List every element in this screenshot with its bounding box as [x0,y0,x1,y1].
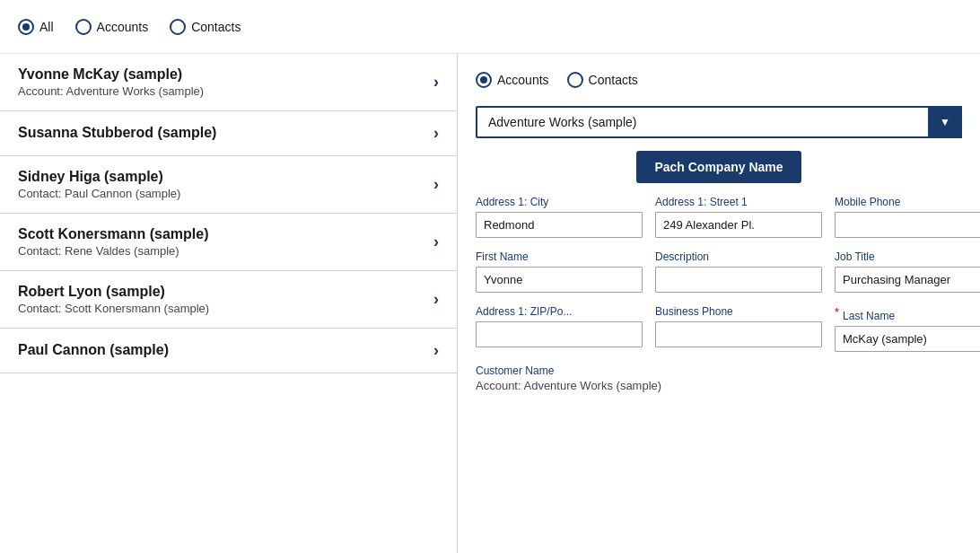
main-content: Yvonne McKay (sample) Account: Adventure… [0,54,980,553]
field-business-phone-label: Business Phone [655,305,822,318]
field-mobile-phone-label: Mobile Phone [835,196,980,208]
required-star: * [835,305,839,319]
chevron-right-icon: › [433,341,439,360]
filter-all[interactable]: All [18,19,54,35]
list-item-subtitle: Contact: Rene Valdes (sample) [18,244,208,258]
field-description-label: Description [655,250,822,263]
field-mobile-phone: Mobile Phone [835,196,980,238]
list-item-title: Robert Lyon (sample) [18,284,209,300]
customer-name-label: Customer Name [476,364,962,377]
account-dropdown[interactable]: Adventure Works (sample) [476,106,962,138]
field-job-title-label: Job Title [835,250,980,263]
field-job-title: Job Title [835,250,980,293]
list-item[interactable]: Susanna Stubberod (sample) › [0,111,457,156]
field-address-city-label: Address 1: City [476,196,643,208]
last-name-input[interactable] [835,326,980,352]
list-item-title: Susanna Stubberod (sample) [18,125,216,141]
field-first-name-label: First Name [476,250,643,263]
chevron-right-icon: › [433,233,439,251]
field-address-zip-label: Address 1: ZIP/Po... [476,305,643,318]
list-item[interactable]: Sidney Higa (sample) Contact: Paul Canno… [0,156,457,214]
field-description: Description [655,250,822,293]
chevron-right-icon: › [433,290,439,309]
field-address-street: Address 1: Street 1 [655,196,822,238]
list-item-title: Scott Konersmann (sample) [18,226,208,242]
filter-contacts-label: Contacts [191,20,241,34]
description-input[interactable] [655,267,822,293]
filter-all-label: All [39,20,54,34]
mobile-phone-input[interactable] [835,212,980,238]
radio-right-accounts-circle [476,72,492,88]
list-item-subtitle: Account: Adventure Works (sample) [18,84,204,98]
list-item-title: Sidney Higa (sample) [18,169,180,185]
chevron-right-icon: › [433,175,439,194]
field-last-name-label: Last Name [843,310,895,322]
radio-all-circle [18,19,34,35]
left-panel: Yvonne McKay (sample) Account: Adventure… [0,54,458,553]
account-dropdown-wrapper: Adventure Works (sample) [476,106,962,138]
field-address-street-label: Address 1: Street 1 [655,196,822,208]
address-street-input[interactable] [655,212,822,238]
contact-list[interactable]: Yvonne McKay (sample) Account: Adventure… [0,54,457,553]
fields-grid: Address 1: City Address 1: Street 1 Mobi… [476,196,962,352]
chevron-right-icon: › [433,73,439,92]
right-filter-contacts[interactable]: Contacts [567,72,638,88]
field-first-name: First Name [476,250,643,293]
right-contacts-label: Contacts [589,73,638,87]
address-zip-input[interactable] [476,321,643,347]
radio-right-contacts-circle [567,72,583,88]
list-item-subtitle: Contact: Scott Konersmann (sample) [18,302,209,315]
right-accounts-label: Accounts [497,73,549,87]
patch-company-button[interactable]: Pach Company Name [636,151,801,183]
list-item[interactable]: Scott Konersmann (sample) Contact: Rene … [0,214,457,271]
list-item-title: Yvonne McKay (sample) [18,66,204,83]
list-item[interactable]: Paul Cannon (sample) › [0,329,457,373]
list-item[interactable]: Robert Lyon (sample) Contact: Scott Kone… [0,271,457,329]
filter-accounts-label: Accounts [97,20,149,34]
field-last-name: * Last Name [835,305,980,352]
field-business-phone: Business Phone [655,305,822,352]
right-radio-row: Accounts Contacts [476,72,962,88]
business-phone-input[interactable] [655,321,822,347]
address-city-input[interactable] [476,212,643,238]
right-filter-accounts[interactable]: Accounts [476,72,549,88]
field-address-city: Address 1: City [476,196,643,238]
radio-contacts-circle [170,19,186,35]
list-item-title: Paul Cannon (sample) [18,342,169,358]
filter-contacts[interactable]: Contacts [170,19,241,35]
list-item-subtitle: Contact: Paul Cannon (sample) [18,187,180,200]
list-item[interactable]: Yvonne McKay (sample) Account: Adventure… [0,54,457,111]
radio-accounts-circle [75,19,92,35]
chevron-right-icon: › [433,124,439,143]
first-name-input[interactable] [476,267,643,293]
job-title-input[interactable] [835,267,980,293]
top-filter-bar: All Accounts Contacts [0,0,980,54]
field-address-zip: Address 1: ZIP/Po... [476,305,643,352]
filter-accounts[interactable]: Accounts [75,19,149,35]
right-panel: Accounts Contacts Adventure Works (sampl… [458,54,980,553]
customer-name-value: Account: Adventure Works (sample) [476,379,962,392]
customer-name-section: Customer Name Account: Adventure Works (… [476,364,962,392]
